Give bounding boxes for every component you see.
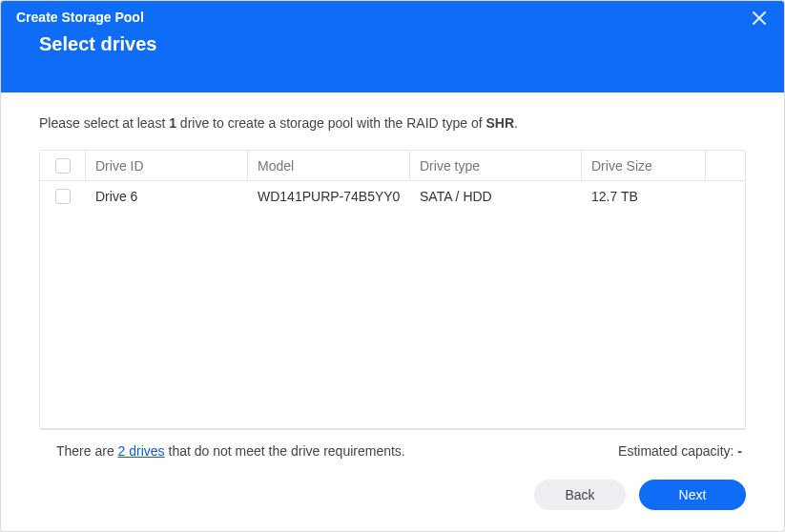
table-body: Drive 6 WD141PURP-74B5YY0 SATA / HDD 12.… [40,181,745,429]
row-checkbox-cell [40,181,86,212]
col-header-drive-id[interactable]: Drive ID [86,151,248,180]
cell-drive-id: Drive 6 [86,181,248,212]
footer-info: There are 2 drives that do not meet the … [39,430,746,459]
col-header-drive-size[interactable]: Drive Size [582,151,706,180]
cell-spacer [706,181,745,212]
table-header: Drive ID Model Drive type Drive Size [40,151,745,181]
noncompliant-link[interactable]: 2 drives [118,443,165,459]
next-button[interactable]: Next [639,480,746,510]
prompt-raid: SHR [486,115,515,131]
row-checkbox[interactable] [55,189,71,204]
prompt-count: 1 [169,115,176,131]
prompt-pre: Please select at least [39,115,169,131]
window-title: Create Storage Pool [16,10,144,25]
prompt-mid: drive to create a storage pool with the … [176,115,486,131]
noncompliant-drives-note: There are 2 drives that do not meet the … [56,443,405,459]
estimated-capacity-value: - [737,443,742,459]
dialog-actions: Back Next [1,459,784,531]
col-header-drive-type[interactable]: Drive type [410,151,582,180]
select-all-checkbox[interactable] [55,158,71,174]
prompt-post: . [514,115,518,131]
table-row[interactable]: Drive 6 WD141PURP-74B5YY0 SATA / HDD 12.… [40,181,745,212]
back-button[interactable]: Back [534,480,626,510]
cell-drive-type: SATA / HDD [410,181,582,212]
noncompliant-post: that do not meet the drive requirements. [165,443,405,459]
dialog-header: Create Storage Pool Select drives [1,1,784,92]
create-storage-pool-dialog: Create Storage Pool Select drives Please… [0,0,785,532]
estimated-capacity-label: Estimated capacity: [618,443,737,459]
cell-model: WD141PURP-74B5YY0 [248,181,410,212]
col-header-spacer [706,151,745,180]
prompt-text: Please select at least 1 drive to create… [39,115,746,131]
close-icon[interactable] [750,9,769,28]
noncompliant-pre: There are [56,443,118,459]
col-header-model[interactable]: Model [248,151,410,180]
step-title: Select drives [1,33,784,72]
dialog-body: Please select at least 1 drive to create… [1,92,784,459]
drives-table: Drive ID Model Drive type Drive Size Dri… [39,150,746,430]
estimated-capacity: Estimated capacity: - [618,443,742,459]
select-all-cell [40,151,86,180]
cell-drive-size: 12.7 TB [582,181,706,212]
